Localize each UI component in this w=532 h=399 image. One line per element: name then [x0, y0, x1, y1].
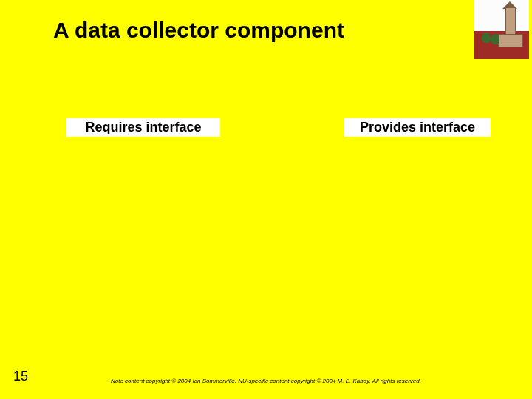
logo-sky	[474, 0, 529, 31]
logo-tree	[482, 33, 491, 43]
slide: A data collector component Requires inte…	[0, 0, 532, 399]
requires-interface-label: Requires interface	[66, 118, 220, 137]
logo-tree	[491, 34, 499, 44]
logo-building-base	[498, 34, 523, 47]
slide-title: A data collector component	[53, 18, 467, 43]
provides-interface-label: Provides interface	[344, 118, 491, 137]
copyright-footer: Note content copyright © 2004 Ian Sommer…	[0, 378, 532, 384]
institution-logo	[474, 0, 529, 59]
